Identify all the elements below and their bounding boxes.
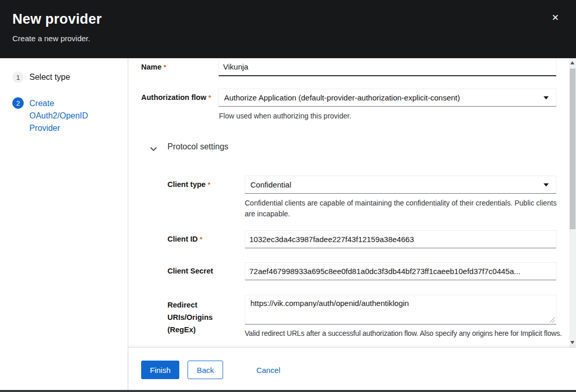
client-id-input[interactable]	[245, 230, 556, 248]
scroll-down-icon[interactable]	[570, 341, 574, 344]
required-asterisk: *	[200, 235, 202, 243]
client-type-label: Client type*	[167, 180, 243, 190]
protocol-settings-toggle[interactable]: Protocol settings	[128, 141, 554, 154]
modal-subtitle: Create a new provider.	[12, 34, 564, 43]
client-id-label: Client ID*	[167, 234, 243, 244]
chevron-down-icon	[150, 145, 157, 153]
selected-value: Authorize Application (default-provider-…	[224, 93, 460, 102]
new-provider-modal: New provider Create a new provider. ✕ 1 …	[0, 0, 576, 392]
step-label: Create OAuth2/OpenID Provider	[29, 97, 94, 134]
required-asterisk: *	[208, 181, 210, 189]
step-number-badge: 2	[12, 97, 24, 109]
selected-value: Confidential	[250, 180, 291, 189]
close-icon[interactable]: ✕	[552, 13, 559, 22]
step-label: Select type	[29, 72, 94, 83]
wizard-step-create-provider[interactable]: 2 Create OAuth2/OpenID Provider	[12, 97, 128, 134]
finish-button[interactable]: Finish	[141, 361, 179, 379]
wizard-sidebar: 1 Select type 2 Create OAuth2/OpenID Pro…	[0, 58, 128, 390]
authorization-flow-label: Authorization flow*	[141, 93, 216, 103]
protocol-settings-title: Protocol settings	[167, 142, 228, 151]
textarea-resize-handle[interactable]	[550, 317, 555, 322]
authorization-flow-help: Flow used when authorizing this provider…	[219, 111, 549, 122]
required-asterisk: *	[164, 63, 166, 71]
scroll-up-icon[interactable]	[570, 61, 574, 64]
caret-down-icon	[544, 96, 549, 99]
clipped-content-edge	[0, 390, 576, 392]
redirect-uris-label: Redirect URIs/Origins (RegEx)	[167, 299, 243, 336]
client-secret-label: Client Secret	[167, 266, 243, 276]
redirect-uris-help: Valid redirect URLs after a successful a…	[245, 328, 567, 339]
modal-header: New provider Create a new provider. ✕	[0, 0, 576, 58]
form-scroll-area: Name* Authorization flow* Authorize Appl…	[128, 58, 569, 347]
name-input[interactable]	[218, 58, 556, 76]
name-label: Name*	[141, 62, 216, 72]
required-asterisk: *	[208, 94, 211, 101]
step-number-badge: 1	[12, 72, 24, 83]
authorization-flow-select[interactable]: Authorize Application (default-provider-…	[218, 89, 556, 107]
client-type-help: Confidential clients are capable of main…	[245, 198, 558, 219]
caret-down-icon	[544, 183, 549, 186]
redirect-uris-textarea[interactable]: https://vik.company/auth/openid/authenti…	[245, 295, 556, 325]
footer-buttons: Finish Back Cancel	[141, 361, 289, 379]
wizard-footer: Finish Back Cancel	[128, 347, 576, 390]
modal-title: New provider	[12, 11, 564, 27]
wizard-step-select-type[interactable]: 1 Select type	[12, 72, 128, 83]
vertical-scrollbar[interactable]	[569, 58, 576, 347]
back-button[interactable]: Back	[188, 361, 223, 379]
client-secret-input[interactable]	[245, 262, 556, 280]
scrollbar-thumb[interactable]	[570, 69, 575, 229]
cancel-button[interactable]: Cancel	[247, 361, 289, 379]
client-type-select[interactable]: Confidential	[245, 176, 556, 194]
